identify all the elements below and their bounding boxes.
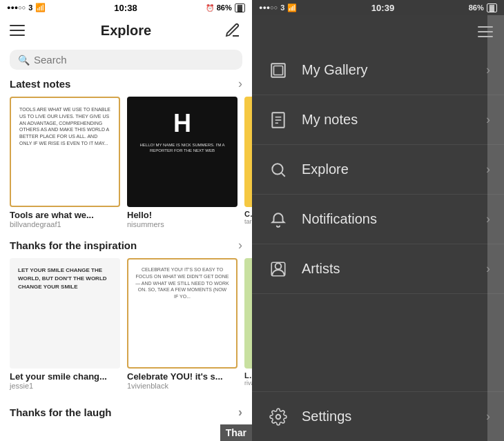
cap-hello: Hello! nisummers	[127, 210, 238, 228]
cap-tools: Tools are what we... billvandegraaf1	[10, 210, 120, 228]
cap-smile-author: jessie1	[10, 382, 120, 390]
cap-celebrate: Celebrate YOU! it's s... 1vivienblack	[127, 371, 238, 390]
svg-point-10	[276, 414, 281, 419]
right-panel: ●●●○○ 3 📶 10:39 86% ▓	[252, 0, 504, 441]
cap-third-title: La...	[244, 371, 252, 380]
inspiration-title: Thanks for the inspiration	[10, 239, 137, 251]
inspiration-header: Thanks for the inspiration ›	[0, 238, 252, 253]
menu-items-list: My Gallery › My notes ›	[252, 46, 504, 391]
notifications-icon	[266, 207, 291, 232]
inspiration-cards: LET YOUR SMILE CHANGE THE WORLD, BUT DON…	[0, 258, 252, 369]
insp-card-third[interactable]	[244, 258, 252, 369]
inspiration-arrow[interactable]: ›	[238, 238, 242, 253]
time-right: 10:39	[371, 3, 394, 13]
card-yellow[interactable]	[244, 97, 252, 207]
search-icon: 🔍	[18, 55, 30, 66]
insp-card-celebrate-text: CELEBRATE YOU! IT'S SO EASY TO FOCUS ON …	[128, 259, 236, 307]
scroll-area[interactable]: Latest notes › TOOLS ARE WHAT WE USE TO …	[0, 77, 252, 441]
status-bar-left: ●●●○○ 3 📶 10:38 ⏰ 86% ▓	[0, 0, 252, 15]
insp-card-smile[interactable]: LET YOUR SMILE CHANGE THE WORLD, BUT DON…	[10, 258, 120, 369]
menu-gallery-label: My Gallery	[302, 62, 486, 78]
thar-label: Thar	[220, 424, 252, 441]
laugh-header: Thanks for the laugh ›	[10, 400, 242, 420]
search-bar[interactable]: 🔍	[10, 50, 242, 70]
menu-item-notes[interactable]: My notes ›	[252, 95, 504, 145]
left-peek	[487, 0, 504, 441]
laugh-section: Thanks for the laugh ›	[0, 394, 252, 420]
cap-celebrate-author: 1vivienblack	[127, 382, 238, 390]
latest-notes-arrow[interactable]: ›	[238, 77, 242, 91]
svg-point-6	[272, 164, 282, 174]
card-hello[interactable]: H HELLO! MY NAME IS NICK SUMMERS. I'M A …	[127, 97, 238, 207]
carrier-label: 3	[28, 3, 32, 12]
alarm-icon: ⏰	[206, 4, 214, 12]
menu-panel: ●●●○○ 3 📶 10:39 86% ▓	[252, 0, 504, 441]
search-input[interactable]	[34, 54, 234, 66]
left-panel: ●●●○○ 3 📶 10:38 ⏰ 86% ▓ Explore 🔍	[0, 0, 252, 441]
latest-notes-header: Latest notes ›	[0, 77, 252, 91]
laugh-arrow[interactable]: ›	[238, 405, 242, 420]
svg-point-8	[275, 263, 282, 269]
settings-icon	[266, 404, 291, 429]
cap-tools-author: billvandegraaf1	[10, 220, 120, 228]
cap-third: La... rival...	[244, 371, 252, 390]
laugh-title: Thanks for the laugh	[10, 406, 112, 418]
inspiration-section: Thanks for the inspiration › LET YOUR SM…	[0, 233, 252, 394]
menu-item-explore[interactable]: Explore ›	[252, 145, 504, 195]
menu-item-settings[interactable]: Settings ›	[252, 391, 504, 441]
menu-notifications-label: Notifications	[302, 211, 486, 227]
time-left: 10:38	[114, 3, 137, 13]
cap-smile-title: Let your smile chang...	[10, 371, 120, 382]
card-hello-text: HELLO! MY NAME IS NICK SUMMERS. I'M A RE…	[127, 138, 238, 158]
cap-tools-title: Tools are what we...	[10, 210, 120, 220]
wifi-icon: 📶	[35, 3, 46, 12]
latest-notes-captions: Tools are what we... billvandegraaf1 Hel…	[0, 207, 252, 233]
insp-card-smile-text: LET YOUR SMILE CHANGE THE WORLD, BUT DON…	[10, 258, 120, 300]
menu-item-artists[interactable]: Artists ›	[252, 244, 504, 294]
svg-rect-1	[274, 66, 283, 75]
cap-smile: Let your smile chang... jessie1	[10, 371, 120, 390]
menu-item-notifications[interactable]: Notifications ›	[252, 195, 504, 244]
battery-icon-left: ▓	[235, 3, 245, 12]
carrier-right: 3	[280, 3, 284, 12]
latest-notes-title: Latest notes	[10, 78, 70, 90]
hamburger-line-2	[10, 30, 25, 31]
hamburger-line-3	[10, 35, 25, 36]
menu-notes-label: My notes	[302, 112, 486, 128]
menu-button[interactable]	[10, 21, 29, 40]
artists-icon	[266, 257, 291, 282]
status-left: ●●●○○ 3 📶	[7, 3, 46, 12]
explore-icon	[266, 157, 291, 182]
menu-item-gallery[interactable]: My Gallery ›	[252, 46, 504, 95]
svg-line-7	[282, 173, 285, 176]
cap-yellow-title: Ca...	[244, 210, 252, 218]
bottom-spacer	[0, 425, 252, 439]
notes-icon	[266, 108, 291, 133]
signal-right: ●●●○○	[259, 4, 278, 11]
menu-artists-label: Artists	[302, 261, 486, 277]
card-hello-letter: H	[127, 97, 238, 138]
header-left: Explore	[0, 15, 252, 46]
card-tools-text: TOOLS ARE WHAT WE USE TO ENABLE US TO LI…	[11, 98, 119, 155]
latest-notes-cards: TOOLS ARE WHAT WE USE TO ENABLE US TO LI…	[0, 97, 252, 207]
page-title: Explore	[101, 23, 151, 39]
menu-settings-label: Settings	[302, 409, 486, 424]
cap-yellow-author: tarli...	[244, 218, 252, 225]
hamburger-line-1	[10, 25, 25, 26]
cap-celebrate-title: Celebrate YOU! it's s...	[127, 371, 238, 382]
status-bar-right: ●●●○○ 3 📶 10:39 86% ▓	[252, 0, 504, 15]
cap-hello-author: nisummers	[127, 220, 238, 228]
gallery-icon	[266, 58, 291, 83]
card-tools[interactable]: TOOLS ARE WHAT WE USE TO ENABLE US TO LI…	[10, 97, 120, 207]
menu-explore-label: Explore	[302, 161, 486, 177]
signal-indicator: ●●●○○	[7, 4, 26, 11]
battery-right: 86%	[469, 3, 484, 12]
battery-icon-right: ▓	[487, 3, 497, 12]
status-right: ⏰ 86% ▓	[206, 3, 245, 12]
cap-hello-title: Hello!	[127, 210, 238, 220]
insp-card-celebrate[interactable]: CELEBRATE YOU! IT'S SO EASY TO FOCUS ON …	[127, 258, 238, 369]
cap-yellow: Ca... tarli...	[244, 210, 252, 228]
inspiration-captions: Let your smile chang... jessie1 Celebrat…	[0, 369, 252, 394]
wifi-right-icon: 📶	[287, 3, 297, 12]
pen-button[interactable]	[223, 21, 242, 40]
